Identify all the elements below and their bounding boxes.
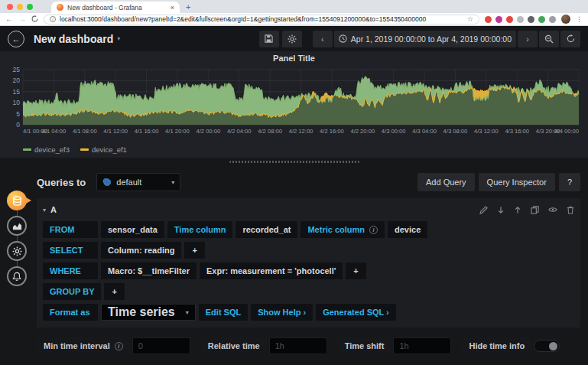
groupby-add-part-button[interactable]: + <box>104 283 124 300</box>
site-info-icon[interactable]: i <box>50 16 56 22</box>
query-where-row: WHERE Macro: $__timeFilter Expr: measure… <box>43 262 574 279</box>
edit-sql-link[interactable]: Edit SQL <box>199 304 248 321</box>
address-bar[interactable]: i localhost:3000/dashboard/new?panelId=2… <box>44 15 479 24</box>
legend-item-device_ef3[interactable]: device_ef3 <box>23 145 70 154</box>
svg-text:4/3 08:00: 4/3 08:00 <box>443 128 468 135</box>
add-query-button[interactable]: Add Query <box>417 173 475 191</box>
panel-title[interactable]: Panel Title <box>0 54 588 65</box>
chart-legend: device_ef3device_ef1 <box>0 145 588 158</box>
zoom-window-button[interactable] <box>27 4 33 10</box>
svg-text:4/1 12:00: 4/1 12:00 <box>103 128 128 135</box>
generated-sql-link[interactable]: Generated SQL › <box>316 304 396 321</box>
tab-visualization[interactable] <box>7 216 27 236</box>
extension-icon-7[interactable] <box>549 16 556 23</box>
time-range-back-button[interactable]: ‹ <box>313 31 333 47</box>
datasource-picker[interactable]: default ▾ <box>96 173 180 191</box>
zoom-out-button[interactable] <box>539 31 559 47</box>
query-from-row: FROM sensor_data Time column recorded_at… <box>43 221 574 238</box>
browser-tab[interactable]: New dashboard - Grafana × <box>51 2 180 13</box>
extension-icon-6[interactable] <box>538 16 545 23</box>
duplicate-query-icon[interactable] <box>531 206 539 214</box>
tab-strip: New dashboard - Grafana × + <box>0 0 588 13</box>
show-help-link[interactable]: Show Help › <box>251 304 313 321</box>
relative-time-input[interactable] <box>269 337 327 354</box>
svg-text:4/1 04:00: 4/1 04:00 <box>42 128 67 135</box>
bell-icon <box>12 272 21 282</box>
extension-icon-3[interactable] <box>506 16 513 23</box>
hide-time-info-toggle[interactable] <box>534 340 560 352</box>
new-tab-button[interactable]: + <box>186 2 190 11</box>
back-button[interactable]: ← <box>5 15 13 23</box>
dashboard-settings-button[interactable] <box>282 31 302 47</box>
svg-text:4/3 00:00: 4/3 00:00 <box>382 128 406 135</box>
where-expr-part[interactable]: Expr: measurement = 'photocell' <box>200 262 343 279</box>
metric-column-info-icon[interactable]: i <box>369 226 378 234</box>
svg-text:4/1 16:00: 4/1 16:00 <box>135 128 159 135</box>
refresh-button[interactable] <box>560 31 580 47</box>
hide-time-info-label: Hide time info <box>462 337 531 354</box>
query-options-row: Min time interval i Relative time Time s… <box>37 337 580 354</box>
svg-text:4/2 12:00: 4/2 12:00 <box>289 128 313 135</box>
where-add-part-button[interactable]: + <box>346 262 365 279</box>
close-tab-icon[interactable]: × <box>171 4 174 11</box>
panel-resize-handle[interactable] <box>229 161 359 163</box>
metric-column-part[interactable]: device <box>388 221 427 238</box>
edit-query-icon[interactable] <box>479 206 488 214</box>
time-range-forward-button[interactable]: › <box>518 31 538 47</box>
format-as-select[interactable]: Time series ▾ <box>101 304 196 321</box>
from-table-part[interactable]: sensor_data <box>101 221 164 238</box>
window-controls[interactable] <box>0 4 39 13</box>
query-inspector-button[interactable]: Query Inspector <box>479 173 555 191</box>
select-add-part-button[interactable]: + <box>184 242 204 259</box>
svg-text:0: 0 <box>16 121 20 129</box>
legend-item-device_ef1[interactable]: device_ef1 <box>80 145 127 154</box>
profile-avatar[interactable] <box>561 15 570 24</box>
dashboard-title[interactable]: New dashboard <box>34 33 113 45</box>
query-row-card: ▾ A FROM sensor_data Time column recorde… <box>37 198 580 328</box>
time-column-part[interactable]: recorded_at <box>236 221 297 238</box>
select-column-part[interactable]: Column: reading <box>101 242 181 259</box>
minimize-window-button[interactable] <box>17 4 23 10</box>
tab-title: New dashboard - Grafana <box>67 4 167 11</box>
help-button[interactable]: ? <box>559 173 580 191</box>
extension-icons[interactable] <box>485 16 556 23</box>
query-editor-section: Queries to default ▾ Add Query Query Ins… <box>0 165 588 354</box>
database-icon <box>12 196 22 206</box>
tab-queries[interactable] <box>7 191 27 210</box>
tab-general[interactable] <box>7 241 27 261</box>
move-query-up-icon[interactable] <box>514 206 521 214</box>
tab-alert[interactable] <box>7 266 27 286</box>
graph-panel: Panel Title 05101520254/1 00:004/1 04:00… <box>0 51 588 158</box>
move-query-down-icon[interactable] <box>497 206 505 214</box>
grafana-navbar: ← New dashboard ▾ ‹ Apr 1, 2019 00:00:00… <box>0 26 588 51</box>
extension-icon-4[interactable] <box>517 16 524 23</box>
svg-text:4/1 08:00: 4/1 08:00 <box>73 128 97 135</box>
svg-text:4/1 20:00: 4/1 20:00 <box>165 128 190 135</box>
time-series-chart[interactable]: 05101520254/1 00:004/1 04:004/1 08:004/1… <box>0 65 588 145</box>
extension-icon-5[interactable] <box>528 16 534 23</box>
browser-menu-icon[interactable]: ⋮ <box>576 15 583 23</box>
collapse-query-icon[interactable]: ▾ <box>43 207 46 213</box>
datasource-name: default <box>116 178 167 187</box>
gear-icon <box>12 246 22 256</box>
min-time-interval-info-icon[interactable]: i <box>115 342 123 350</box>
reload-button[interactable] <box>31 15 38 24</box>
dashboard-title-caret-icon[interactable]: ▾ <box>117 35 120 42</box>
forward-button[interactable]: → <box>18 15 26 23</box>
svg-text:5: 5 <box>16 110 20 118</box>
query-format-row: Format as Time series ▾ Edit SQL Show He… <box>43 304 574 321</box>
disable-query-eye-icon[interactable] <box>548 206 557 213</box>
extension-icon-1[interactable] <box>485 16 492 23</box>
where-macro-part[interactable]: Macro: $__timeFilter <box>101 262 197 279</box>
back-to-dashboard-button[interactable]: ← <box>8 31 24 47</box>
time-column-keyword: Time column <box>167 221 233 238</box>
time-shift-input[interactable] <box>393 337 451 354</box>
close-window-button[interactable] <box>7 4 13 10</box>
save-dashboard-button[interactable] <box>259 31 279 47</box>
bookmark-star-icon[interactable]: ☆ <box>467 15 473 23</box>
svg-text:4/2 08:00: 4/2 08:00 <box>258 128 282 135</box>
delete-query-trash-icon[interactable] <box>567 206 574 214</box>
extension-icon-2[interactable] <box>495 16 502 23</box>
min-time-interval-input[interactable] <box>132 337 190 354</box>
time-range-picker-button[interactable]: Apr 1, 2019 00:00:00 to Apr 4, 2019 00:0… <box>334 31 516 47</box>
